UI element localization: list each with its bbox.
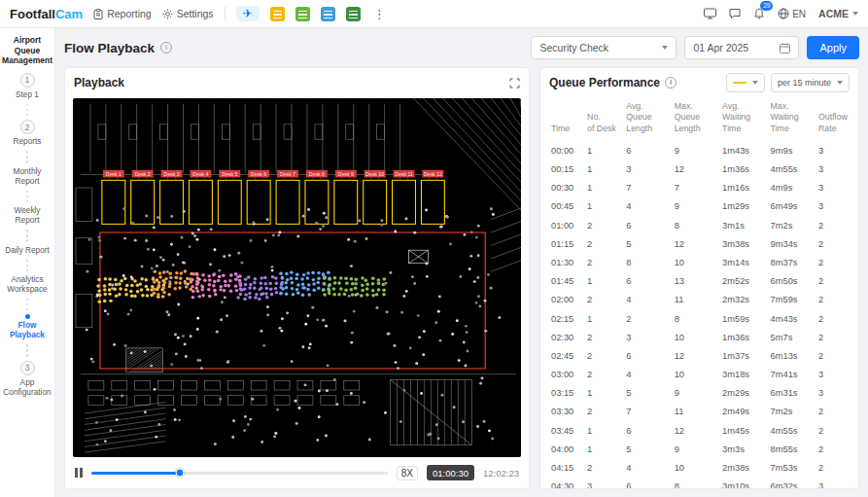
monitor-icon[interactable] xyxy=(704,8,716,19)
app-icon-4[interactable] xyxy=(346,7,361,21)
floorplan-canvas[interactable]: Desk 1Desk 2Desk 3Desk 4Desk 5Desk 6Desk… xyxy=(73,98,521,457)
pause-button[interactable] xyxy=(75,468,83,478)
playback-canvas-wrap: Desk 1Desk 2Desk 3Desk 4Desk 5Desk 6Desk… xyxy=(65,97,529,461)
table-cell: 3 xyxy=(816,384,850,403)
table-cell: 3m18s xyxy=(720,366,768,384)
chat-icon[interactable] xyxy=(729,8,741,19)
app-icon-3[interactable] xyxy=(321,7,335,21)
reporting-icon xyxy=(93,9,103,19)
step-3[interactable]: 3 App Configuration xyxy=(2,361,52,398)
table-cell: 03:45 xyxy=(549,421,585,440)
table-cell: 2 xyxy=(816,309,850,328)
table-cell: 1 xyxy=(585,197,624,216)
series-select[interactable] xyxy=(726,73,765,92)
fullscreen-icon[interactable] xyxy=(509,78,520,89)
info-icon[interactable]: i xyxy=(665,77,677,89)
table-cell: 00:30 xyxy=(549,179,585,197)
more-apps-icon[interactable]: ⋮ xyxy=(371,7,388,21)
sidebar-item-monthly-report[interactable]: Monthly Report xyxy=(2,167,52,187)
table-cell: 6 xyxy=(624,216,672,234)
apply-button[interactable]: Apply xyxy=(807,36,859,59)
step-connector xyxy=(26,344,29,357)
table-cell: 9 xyxy=(673,440,720,458)
sidebar-item-flow-playback[interactable]: Flow Playback xyxy=(2,314,52,340)
svg-text:Desk 8: Desk 8 xyxy=(309,171,325,177)
sidebar-item-weekly-report[interactable]: Weekly Report xyxy=(2,206,52,226)
step-2[interactable]: 2 Reports xyxy=(13,120,41,147)
table-cell: 1m59s xyxy=(720,309,768,328)
info-icon[interactable]: i xyxy=(160,42,172,53)
column-header: Outflow Rate xyxy=(816,97,850,141)
progress-fill xyxy=(91,472,181,475)
speed-button[interactable]: 8X xyxy=(397,466,418,480)
table-cell: 7m59s xyxy=(769,291,816,309)
nav-settings[interactable]: Settings xyxy=(162,8,214,19)
step-2-circle[interactable]: 2 xyxy=(20,120,35,134)
org-label: ACME xyxy=(818,8,849,19)
playback-slider[interactable] xyxy=(91,472,388,475)
sidebar-item-analytics-workspace[interactable]: Analytics Workspace xyxy=(2,275,52,295)
table-cell: 2 xyxy=(816,234,850,253)
step-3-circle[interactable]: 3 xyxy=(20,361,35,375)
playback-controls: 8X 01:00:30 12:02:23 xyxy=(65,461,529,488)
page-header: Flow Playback i Security Check 01 Apr 20… xyxy=(64,36,859,59)
sidebar-item-label: Monthly Report xyxy=(2,167,52,187)
table-cell: 3 xyxy=(816,179,850,197)
table-cell: 00:00 xyxy=(549,141,585,160)
table-cell: 1m36s xyxy=(720,328,768,346)
app-icon-2[interactable] xyxy=(295,7,310,21)
chevron-down-icon xyxy=(752,81,758,85)
table-cell: 02:30 xyxy=(549,328,585,346)
playback-card-header: Playback xyxy=(65,68,529,97)
sidebar-item-daily-report[interactable]: Daily Report xyxy=(5,246,50,256)
table-cell: 1 xyxy=(585,141,624,160)
table-cell: 10 xyxy=(673,328,720,346)
table-cell: 01:30 xyxy=(549,253,585,271)
progress-handle[interactable] xyxy=(176,469,185,478)
nav-reporting-label: Reporting xyxy=(107,8,152,19)
page-layout: Airport Queue Management 1 Step 1 2 Repo… xyxy=(0,28,868,497)
table-cell: 01:00 xyxy=(549,216,585,234)
zone-select-value: Security Check xyxy=(539,42,608,53)
queue-table-wrap: TimeNo. of DeskAvg. Queue LengthMax. Que… xyxy=(540,97,858,488)
airplane-app-icon[interactable]: ✈ xyxy=(236,6,260,21)
table-cell: 9m9s xyxy=(769,141,816,160)
table-cell: 6m31s xyxy=(769,384,816,403)
table-cell: 2m52s xyxy=(720,272,768,291)
nav-reporting[interactable]: Reporting xyxy=(93,8,152,19)
table-cell: 7 xyxy=(673,179,720,197)
table-cell: 7m2s xyxy=(769,216,816,234)
table-cell: 4 xyxy=(624,458,672,477)
queue-card-header: Queue Performance i per 15 minute xyxy=(540,68,858,97)
svg-text:Desk 4: Desk 4 xyxy=(192,171,208,177)
zone-select[interactable]: Security Check xyxy=(531,36,677,59)
app-icon-1[interactable] xyxy=(270,7,285,21)
app-logo[interactable]: FootfallCam xyxy=(10,7,83,21)
table-cell: 2 xyxy=(816,272,850,291)
org-selector[interactable]: ACME xyxy=(818,8,858,19)
date-picker[interactable]: 01 Apr 2025 xyxy=(684,36,799,59)
table-cell: 2 xyxy=(816,421,850,440)
interval-select[interactable]: per 15 minute xyxy=(771,73,850,92)
table-cell: 2 xyxy=(585,403,624,421)
notifications-bell-icon[interactable]: 29 xyxy=(753,8,765,19)
table-cell: 2 xyxy=(816,403,850,421)
table-row: 01:4516132m52s6m50s2 xyxy=(549,272,850,291)
airplane-icon: ✈ xyxy=(243,7,253,20)
table-cell: 2 xyxy=(816,291,850,309)
table-cell: 1m45s xyxy=(720,421,768,440)
step-2-label: Reports xyxy=(13,137,41,147)
table-cell: 7 xyxy=(624,179,672,197)
table-cell: 8m55s xyxy=(769,440,816,458)
table-cell: 1 xyxy=(585,272,624,291)
chevron-down-icon xyxy=(852,12,858,16)
table-cell: 9m34s xyxy=(769,234,816,253)
language-selector[interactable]: EN xyxy=(778,8,806,19)
table-cell: 04:00 xyxy=(549,440,585,458)
step-1[interactable]: 1 Step 1 xyxy=(16,73,39,100)
table-cell: 01:15 xyxy=(549,234,585,253)
column-header: Max. Waiting Time xyxy=(769,97,816,141)
table-cell: 2m38s xyxy=(720,458,768,477)
step-1-circle[interactable]: 1 xyxy=(20,73,35,88)
notification-badge: 29 xyxy=(760,1,773,11)
